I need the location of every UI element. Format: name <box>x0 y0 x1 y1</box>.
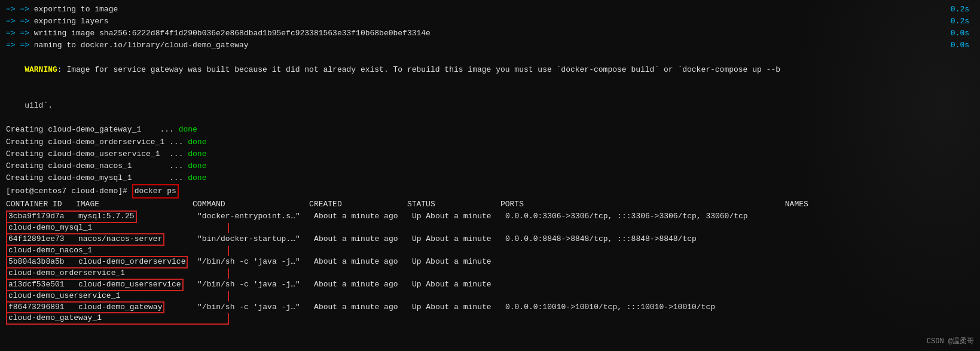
container-id-cell: f86473296891 cloud-demo_gateway <box>6 301 164 314</box>
table-header: CONTAINER ID IMAGE COMMAND CREATED STATU… <box>6 199 974 210</box>
container-id-cell: 5b804a3b8a5b cloud-demo_orderservice <box>6 256 188 268</box>
container-id-cell: a13dcf53e501 cloud-demo_userservice <box>6 279 184 291</box>
table-row: 3cba9f179d7a mysql:5.7.25 "docker-entryp… <box>6 210 974 223</box>
table-row: 5b804a3b8a5b cloud-demo_orderservice "/b… <box>6 256 974 268</box>
table-row: 64f12891ee73 nacos/nacos-server "bin/doc… <box>6 233 974 246</box>
arrow-prefix3: => <box>6 16 20 28</box>
warning-line: WARNING: Image for service gateway was b… <box>6 52 974 88</box>
table-row: f86473296891 cloud-demo_gateway "/bin/sh… <box>6 301 974 314</box>
container-id-cell: 3cba9f179d7a mysql:5.7.25 <box>6 210 137 223</box>
arrow-prefix: => <box>6 4 20 16</box>
arrow-prefix7: => <box>6 39 20 51</box>
export-line-3: => => writing image sha256:6222d8f4f1d29… <box>6 28 974 39</box>
table-row-name: cloud-demo_gateway_1 <box>6 313 974 325</box>
table-row-name: cloud-demo_nacos_1 <box>6 246 974 256</box>
arrow-prefix2: => <box>20 4 33 16</box>
prompt-line: [root@centos7 cloud-demo]# docker ps <box>6 184 974 199</box>
creating-line-2: Creating cloud-demo_orderservice_1 ... d… <box>6 136 974 148</box>
command-text: docker ps <box>132 184 179 199</box>
creating-line-4: Creating cloud-demo_nacos_1 ... done <box>6 160 974 172</box>
container-id-cell: 64f12891ee73 nacos/nacos-server <box>6 233 164 246</box>
arrow-prefix5: => <box>6 28 20 39</box>
export-line-2: => => exporting layers0.2s <box>6 16 974 28</box>
export-line-1: => => exporting to image0.2s <box>6 4 974 16</box>
warning-line-2: uild`. <box>6 88 974 124</box>
arrow-prefix6: => <box>20 28 33 39</box>
watermark: CSDN @温柔哥 <box>927 336 974 346</box>
creating-line-3: Creating cloud-demo_userservice_1 ... do… <box>6 148 974 160</box>
creating-line-5: Creating cloud-demo_mysql_1 ... done <box>6 172 974 184</box>
table-row-name: cloud-demo_userservice_1 <box>6 291 974 301</box>
export-line-4: => => naming to docker.io/library/cloud-… <box>6 39 974 51</box>
table-row: a13dcf53e501 cloud-demo_userservice "/bi… <box>6 279 974 291</box>
prompt-text: [root@centos7 cloud-demo]# <box>6 185 132 197</box>
table-row-name: cloud-demo_orderservice_1 <box>6 268 974 279</box>
arrow-prefix8: => <box>20 39 33 51</box>
table-row-name: cloud-demo_mysql_1 <box>6 223 974 233</box>
creating-line-1: Creating cloud-demo_gateway_1 ... done <box>6 124 974 136</box>
arrow-prefix4: => <box>20 16 33 28</box>
